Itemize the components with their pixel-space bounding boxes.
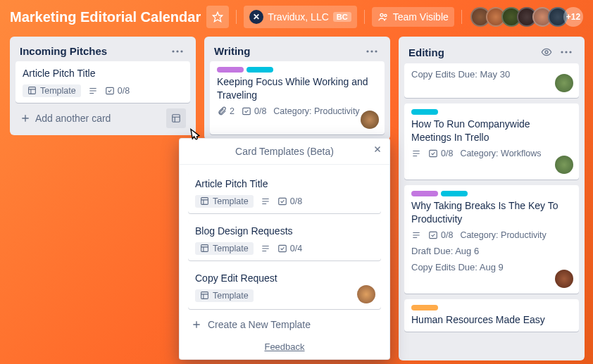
checklist-icon	[277, 244, 287, 253]
list-title[interactable]: Incoming Pitches	[20, 45, 169, 57]
template-copy-edit[interactable]: Copy Edit Request Template	[188, 266, 381, 309]
svg-rect-18	[430, 232, 437, 238]
svg-rect-8	[173, 115, 180, 123]
description-badge	[88, 86, 98, 96]
card-companywide-meetings[interactable]: How To Run Companywide Meetings In Trell…	[404, 103, 579, 180]
star-button[interactable]	[206, 6, 229, 28]
card-title: Human Resources Made Easy	[411, 313, 572, 327]
svg-point-11	[375, 50, 377, 52]
svg-rect-6	[29, 87, 36, 94]
template-title: Article Pitch Title	[195, 177, 374, 191]
category-text: Category: Workflows	[460, 149, 541, 158]
svg-rect-17	[430, 150, 437, 156]
description-badge	[261, 196, 270, 206]
visibility-button[interactable]: Team Visible	[372, 7, 454, 27]
list-writing: Writing Keeping Focus While Working and …	[204, 37, 390, 140]
card-title: Keeping Focus While Working and Travelin…	[217, 75, 377, 102]
card-extra-text: Copy Edits Due: Aug 9	[411, 262, 572, 272]
card-taking-breaks[interactable]: Why Taking Breaks Is The Key To Producti…	[404, 185, 579, 294]
member-avatar[interactable]	[555, 156, 573, 174]
card-copy-edits-may30[interactable]: Copy Edits Due: May 30	[404, 63, 579, 98]
member-avatars: +12	[475, 7, 583, 27]
svg-point-9	[366, 50, 368, 52]
list-menu-button[interactable]	[558, 49, 575, 55]
org-button[interactable]: ✕ Travidux, LLC BC	[244, 6, 357, 28]
description-badge	[261, 244, 270, 253]
template-article-pitch[interactable]: Article Pitch Title Template 0/8	[188, 172, 381, 213]
svg-rect-19	[201, 198, 208, 205]
add-card-button[interactable]: Add another card	[20, 113, 162, 124]
attachment-icon	[217, 106, 227, 116]
close-button[interactable]	[373, 144, 382, 154]
checklist-badge: 0/8	[242, 106, 266, 116]
svg-point-5	[180, 50, 182, 52]
card-templates-popover: Card Templates (Beta) Article Pitch Titl…	[179, 138, 390, 360]
card-extra-text: Copy Edits Due: May 30	[411, 69, 572, 80]
popover-title: Card Templates (Beta)	[235, 146, 334, 157]
checklist-badge: 0/8	[277, 196, 302, 206]
card-hr-made-easy[interactable]: Human Resources Made Easy	[404, 299, 579, 332]
feedback-link[interactable]: Feedback	[180, 339, 389, 359]
separator	[236, 10, 237, 24]
member-avatar[interactable]	[555, 74, 573, 92]
list-incoming-pitches: Incoming Pitches Article Pitch Title Tem…	[10, 37, 196, 135]
template-chip: Template	[23, 84, 81, 97]
org-icon: ✕	[249, 10, 263, 24]
label-cyan[interactable]	[246, 67, 273, 73]
dots-icon	[172, 50, 183, 53]
svg-point-15	[565, 51, 567, 53]
label-orange[interactable]	[411, 305, 438, 310]
member-avatar[interactable]	[555, 270, 573, 288]
template-title: Blog Design Requests	[195, 225, 374, 238]
svg-point-16	[569, 51, 571, 53]
svg-rect-12	[243, 108, 251, 114]
checklist-icon	[242, 106, 251, 116]
svg-marker-0	[213, 12, 223, 21]
description-icon	[261, 244, 270, 253]
label-purple[interactable]	[217, 67, 244, 73]
list-editing: Editing Copy Edits Due: May 30 How To Ru…	[399, 37, 585, 360]
label-cyan[interactable]	[441, 191, 468, 196]
extra-members-count[interactable]: +12	[563, 7, 583, 27]
list-menu-button[interactable]	[169, 49, 186, 54]
svg-point-1	[380, 13, 383, 16]
member-avatar[interactable]	[357, 285, 375, 303]
template-icon	[200, 244, 209, 253]
card-article-pitch[interactable]: Article Pitch Title Template 0/8	[15, 61, 190, 103]
checklist-badge: 0/4	[277, 244, 302, 253]
template-chip: Template	[195, 242, 254, 255]
watch-button[interactable]	[537, 45, 556, 59]
category-text: Category: Productivity	[273, 106, 359, 116]
svg-point-10	[370, 50, 373, 52]
member-avatar[interactable]	[361, 111, 379, 129]
template-chip: Template	[195, 195, 254, 208]
checklist-icon	[428, 230, 438, 240]
template-title: Copy Edit Request	[195, 272, 374, 285]
dots-icon	[366, 50, 377, 53]
create-template-button[interactable]: Create a New Template	[188, 315, 381, 332]
svg-rect-21	[201, 245, 208, 252]
close-icon	[373, 144, 382, 154]
description-badge	[411, 230, 421, 240]
template-picker-button[interactable]	[166, 108, 186, 128]
separator	[364, 10, 365, 24]
list-menu-button[interactable]	[363, 49, 380, 54]
list-title[interactable]: Editing	[408, 46, 537, 58]
description-icon	[411, 230, 421, 240]
svg-point-3	[172, 50, 174, 52]
template-blog-design[interactable]: Blog Design Requests Template 0/4	[188, 219, 381, 261]
team-icon	[377, 11, 389, 23]
label-purple[interactable]	[411, 191, 438, 196]
separator	[461, 10, 462, 24]
board-title[interactable]: Marketing Editorial Calendar	[10, 9, 201, 25]
card-title: Why Taking Breaks Is The Key To Producti…	[411, 199, 572, 226]
attachment-badge: 2	[217, 106, 235, 116]
list-title[interactable]: Writing	[214, 45, 363, 57]
card-extra-text: Draft Due: Aug 6	[411, 246, 572, 256]
dots-icon	[561, 51, 572, 54]
svg-point-4	[176, 50, 178, 52]
label-cyan[interactable]	[411, 109, 438, 115]
template-icon	[27, 86, 37, 95]
template-icon	[200, 196, 209, 206]
card-keeping-focus[interactable]: Keeping Focus While Working and Travelin…	[210, 61, 385, 134]
